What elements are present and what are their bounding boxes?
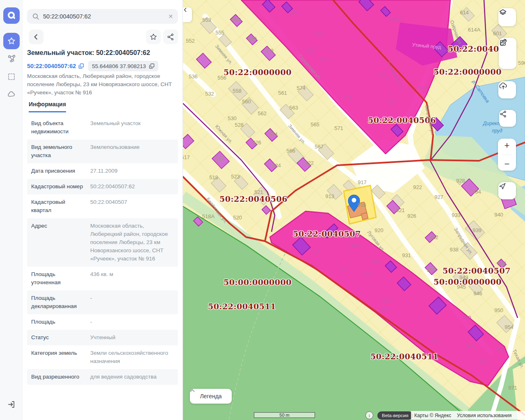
copy-icon[interactable] (149, 63, 155, 69)
map-share-button[interactable] (499, 110, 516, 127)
info-row: СтатусУчтенный (27, 330, 178, 345)
zoom-out-button[interactable]: − (504, 160, 510, 169)
info-row-label: Кадастровый номер (31, 183, 85, 191)
search-icon (32, 13, 39, 20)
legend-button[interactable]: Легенда (190, 389, 232, 404)
app-logo[interactable] (3, 7, 20, 24)
info-row: Площадь- (27, 314, 178, 330)
info-row-label: Площадь (31, 318, 85, 326)
info-row-value: Учтенный (85, 333, 174, 342)
layers-icon (498, 8, 507, 17)
info-row-value: 27.11.2009 (85, 167, 174, 175)
info-row-label: Адрес (31, 222, 85, 263)
close-icon[interactable]: ✕ (168, 13, 173, 20)
page-title: Земельный участок: 50:22:0040507:62 (27, 49, 179, 57)
tab-information[interactable]: Информация (29, 101, 66, 112)
object-address: Московская область, Люберецкий район, го… (27, 72, 174, 97)
favorite-button[interactable] (146, 30, 161, 44)
measure-edit-group (499, 38, 516, 69)
info-row: Кадастровый квартал50:22:0040507 (27, 194, 178, 218)
app-rail (0, 0, 23, 420)
scale-bar: 50 m (254, 412, 315, 418)
info-row-label: Вид разрешенного (31, 373, 85, 381)
sidebar-item-area-select[interactable] (3, 68, 20, 85)
info-row: Категория земельЗемли сельскохозяйственн… (27, 345, 178, 369)
chevron-left-icon (33, 34, 39, 40)
map-attribution: Карты © Яндекс Условия использования (411, 411, 525, 420)
info-row: Кадастровый номер50:22:0040507:62 (27, 179, 178, 194)
upload-button[interactable] (498, 81, 516, 98)
logo-icon (7, 11, 16, 21)
cloud-icon (7, 89, 16, 99)
info-row: АдресМосковская область, Люберецкий райо… (27, 218, 178, 267)
map-canvas (183, 0, 525, 420)
info-row: Площадь декларированная- (27, 290, 178, 314)
copy-icon[interactable] (78, 63, 84, 69)
share-icon (167, 33, 175, 41)
info-row-value: Земельный участок (85, 119, 174, 136)
info-row-value: - (85, 318, 174, 326)
info-row-label: Статус (31, 333, 85, 342)
sidebar-item-exit[interactable] (3, 396, 20, 413)
info-row-value: - (85, 294, 174, 310)
info-row-value: Московская область, Люберецкий район, го… (85, 222, 174, 263)
info-icon[interactable]: i (365, 411, 373, 419)
info-row-label: Категория земель (31, 349, 85, 365)
cadastral-number-link[interactable]: 50:22:0040507:62 (27, 63, 84, 69)
locate-button[interactable] (498, 182, 516, 199)
info-row: Дата присвоения27.11.2009 (27, 163, 178, 179)
search-input[interactable] (43, 13, 164, 20)
info-row-value: Землепользование (85, 143, 174, 160)
object-panel: ✕ Земельный участок: 50:2 (23, 0, 183, 420)
zoom-control: + − (498, 139, 516, 171)
exit-icon (7, 400, 16, 409)
info-row-label: Дата присвоения (31, 167, 85, 175)
map[interactable]: 50:22:000000050:22:004050650:22:00000005… (183, 0, 525, 420)
share-icon (499, 110, 507, 118)
info-row-label: Площадь уточненная (31, 270, 85, 287)
star-outline-icon (149, 33, 158, 41)
terms-link[interactable]: Условия использования (457, 413, 511, 418)
info-row-value: 50:22:0040507 (85, 198, 174, 215)
maps-copyright[interactable]: Карты © Яндекс (414, 413, 451, 418)
search-bar[interactable]: ✕ (27, 9, 178, 24)
back-button[interactable] (29, 30, 43, 44)
info-row: Вид земельного участкаЗемлепользование (27, 139, 178, 163)
chevron-left-icon (183, 7, 188, 12)
info-row: Вид разрешенногодля ведения садоводства (27, 369, 178, 385)
info-row-value: Земли сельскохозяйственного назначения (85, 349, 174, 365)
sidebar-item-cloud[interactable] (3, 86, 20, 103)
info-row-label: Вид земельного участка (31, 143, 85, 160)
info-row: Площадь уточненная436 кв. м (27, 267, 178, 290)
zoom-in-button[interactable]: + (504, 141, 510, 150)
polygon-nodes-icon (7, 54, 16, 64)
sidebar-item-polygon-tool[interactable] (3, 50, 20, 67)
info-row-value: 436 кв. м (85, 270, 174, 287)
info-row-label: Площадь декларированная (31, 294, 85, 310)
layers-button[interactable] (498, 8, 516, 26)
info-row-value: для ведения садоводства (85, 373, 174, 381)
info-row-label: Кадастровый квартал (31, 198, 85, 215)
coordinates-chip[interactable]: 55.644806 37.908213 (88, 61, 158, 71)
info-table: Вид объекта недвижимостиЗемельный участо… (27, 116, 178, 385)
panel-collapse-button[interactable] (183, 7, 192, 22)
info-row: Вид объекта недвижимостиЗемельный участо… (27, 116, 178, 139)
locate-icon (498, 182, 507, 190)
beta-badge: Beta-версия (377, 411, 413, 420)
dashed-square-icon (7, 72, 16, 81)
sidebar-item-favorites[interactable] (3, 33, 20, 49)
star-icon (7, 37, 16, 46)
info-row-label: Вид объекта недвижимости (31, 119, 85, 136)
edit-icon (499, 38, 508, 47)
chevron-up-icon (190, 389, 195, 392)
info-row-value: 50:22:0040507:62 (85, 183, 174, 191)
share-button[interactable] (163, 30, 178, 44)
cloud-upload-icon (498, 81, 508, 91)
